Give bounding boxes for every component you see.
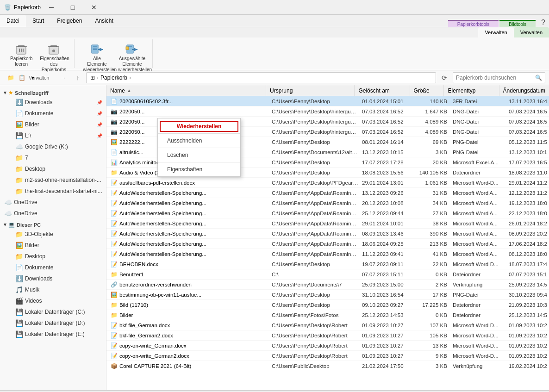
table-row[interactable]: 📝 AutoWiederherstellen-Speicherung... C:…: [106, 249, 549, 259]
sidebar-item-onedrive1[interactable]: ☁️ OneDrive: [0, 197, 106, 208]
sidebar-item-firstdescendant[interactable]: 📁 the-first-descendant-startet-ni...: [0, 186, 106, 197]
table-row[interactable]: 📄 20200506105402.3fr... C:\Users\Penny\D…: [106, 96, 549, 106]
file-changed: 07.03.2024 16:5: [507, 119, 549, 124]
sidebar-item-desktop-quick[interactable]: 📁 Desktop: [0, 163, 106, 174]
table-row[interactable]: 📝 AutoWiederherstellen-Speicherung... C:…: [106, 208, 549, 218]
sidebar-item-lokaler-c[interactable]: 💾 Lokaler Datenträger (C:): [0, 306, 106, 317]
sidebar-item-lokaler-d[interactable]: 💾 Lokaler Datenträger (D:): [0, 317, 106, 329]
sidebar-downloads-pc-label: Downloads: [25, 275, 102, 282]
col-header-origin[interactable]: Ursprung: [266, 85, 355, 96]
table-row[interactable]: 📁 Bild (11710) C:\Users\Penny\Desktop 09…: [106, 300, 549, 310]
tab-start[interactable]: Start: [26, 15, 50, 27]
sidebar-item-downloads-pc[interactable]: ⬇️ Downloads: [0, 273, 106, 284]
sidebar-3d-label: 3D-Objekte: [25, 231, 102, 237]
table-row[interactable]: 📦 Corel CAPTURE 2021 (64-Bit) C:\Users\P…: [106, 361, 549, 371]
sidebar-item-bilder-pc[interactable]: 🖼️ Bilder: [0, 240, 106, 251]
minimize-button[interactable]: ─: [41, 0, 62, 15]
sidebar-bilder-quick-label: Bilder: [25, 121, 95, 128]
col-header-name[interactable]: Name ▲: [106, 85, 266, 96]
tab-verwalten-papierkorb[interactable]: Verwalten: [478, 27, 513, 37]
table-row[interactable]: 📝 AutoWiederherstellen-Speicherung... C:…: [106, 218, 549, 229]
search-box[interactable]: 🔍: [453, 72, 545, 83]
col-header-size[interactable]: Größe: [410, 85, 444, 96]
file-deleted: 01.09.2023 10:27: [360, 343, 416, 348]
qa-icon1[interactable]: 📁: [6, 73, 16, 83]
file-changed: 25.12.2023 14:5: [507, 312, 549, 318]
ribbon-group-verwalten-items: Papierkorbleeren Eigenschaftendes Papier…: [7, 41, 70, 75]
file-origin: C:\Users\Penny\Desktop\hintergundbild: [270, 119, 360, 124]
ribbon-group-wiederherstellen: Alle Elementewiederherstellen Ausgewählt…: [76, 39, 153, 68]
ctx-loeschen[interactable]: Löschen: [158, 149, 240, 161]
ribbon-group-verwalten: Papierkorbleeren Eigenschaftendes Papier…: [4, 39, 75, 68]
table-row[interactable]: 📝 copy-on-write_German2.docx C:\Users\Pe…: [106, 351, 549, 361]
sidebar-header-schnellzugriff[interactable]: ▾ ★ Schnellzugriff: [0, 87, 106, 97]
ctx-ausschneiden[interactable]: Ausschneiden: [158, 135, 240, 146]
maximize-button[interactable]: □: [62, 0, 83, 15]
file-type-icon: 📝: [110, 179, 118, 187]
file-deleted: 19.07.2023 09:11: [360, 261, 416, 267]
file-name: 📝 copy-on-write_German.docx: [106, 342, 270, 349]
table-row[interactable]: 📁 Benutzer1 C:\ 07.07.2023 15:11 0 KB Da…: [106, 269, 549, 280]
qa-dropdown[interactable]: ▾: [28, 73, 38, 83]
ctx-eigenschaften[interactable]: Eigenschaften: [158, 164, 240, 175]
sidebar-item-3d-objekte[interactable]: 📁 3D-Objekte: [0, 229, 106, 240]
table-row[interactable]: 📝 bkf-file_German.docx C:\Users\Penny\De…: [106, 320, 549, 330]
table-row[interactable]: 📝 ausfuellbares-pdf-erstellen.docx C:\Us…: [106, 178, 549, 188]
refresh-button[interactable]: ⟳: [438, 71, 451, 84]
table-row[interactable]: 📝 AutoWiederherstellen-Speicherung... C:…: [106, 229, 549, 239]
eigenschaften-button[interactable]: Eigenschaftendes Papierkorbs: [37, 41, 70, 75]
sidebar-header-dieser-pc[interactable]: ▾ 💻 Dieser PC: [0, 219, 106, 229]
table-row[interactable]: 📝 AutoWiederherstellen-Speicherung... C:…: [106, 239, 549, 249]
detail-view-button[interactable]: [533, 391, 543, 392]
file-deleted: 09.10.2023 09:27: [360, 302, 416, 308]
tab-freigeben[interactable]: Freigeben: [50, 15, 88, 27]
file-name: 📝 AutoWiederherstellen-Speicherung...: [106, 230, 270, 237]
table-row[interactable]: 📁 Bilder C:\Users\Penny\Fotos\Fotos 25.1…: [106, 310, 549, 320]
table-row[interactable]: 📝 copy-on-write_German.docx C:\Users\Pen…: [106, 341, 549, 351]
table-row[interactable]: 🖼️ bestimmung-ob-pc-win11-ausfue... C:\U…: [106, 290, 549, 300]
col-header-deleted[interactable]: Gelöscht am: [355, 85, 410, 96]
sidebar-item-lokaler-e[interactable]: 💾 Lokaler Datenträger (E:): [0, 329, 106, 340]
table-row[interactable]: 📷 2020050... C:\Users\Penny\Desktop\hint…: [106, 106, 549, 117]
tab-verwalten-bild[interactable]: Verwalten: [514, 27, 549, 37]
path-separator1: ›: [97, 75, 99, 81]
sidebar-item-7[interactable]: 📁 7: [0, 152, 106, 163]
sidebar-item-desktop-pc[interactable]: 📁 Desktop: [0, 251, 106, 262]
table-row[interactable]: 📝 BEHOBEN.docx C:\Users\Penny\Desktop 19…: [106, 259, 549, 269]
file-size: 27 KB: [416, 211, 451, 216]
sidebar-item-downloads-quick[interactable]: ⬇️ Downloads 📌: [0, 97, 106, 108]
sidebar-item-google-drive[interactable]: ☁️ Google Drive (K:): [0, 141, 106, 152]
file-type: DNG-Datei: [451, 129, 507, 135]
tab-datei[interactable]: Datei: [0, 15, 26, 27]
forward-button[interactable]: →: [56, 71, 69, 84]
sidebar-item-dokumente-quick[interactable]: 📄 Dokumente 📌: [0, 108, 106, 119]
sidebar-item-videos[interactable]: 🎬 Videos: [0, 295, 106, 306]
table-row[interactable]: 🔗 benutzerordner-verschwunden C:\Users\P…: [106, 280, 549, 290]
table-row[interactable]: 📝 AutoWiederherstellen-Speicherung... C:…: [106, 198, 549, 208]
file-origin: C:\Users\Penny\AppData\Roaming\Micr...: [270, 241, 360, 247]
col-header-type[interactable]: Elementtyp: [444, 85, 499, 96]
back-button[interactable]: ←: [42, 71, 55, 84]
list-view-button[interactable]: [521, 391, 531, 392]
sidebar-item-m2ssd[interactable]: 📁 m2-ssd-ohne-neuinstallation-...: [0, 174, 106, 186]
tab-ansicht[interactable]: Ansicht: [88, 15, 119, 27]
address-path[interactable]: ⊞ › Papierkorb ›: [86, 72, 436, 83]
leeren-button[interactable]: Papierkorbleeren: [7, 41, 35, 69]
sidebar-item-bilder-quick[interactable]: 🖼️ Bilder 📌: [0, 119, 106, 130]
search-input[interactable]: [456, 75, 533, 81]
up-button[interactable]: ↑: [71, 71, 84, 84]
table-row[interactable]: 📝 AutoWiederherstellen-Speicherung... C:…: [106, 188, 549, 198]
sidebar-item-dokumente-pc[interactable]: 📄 Dokumente: [0, 262, 106, 273]
close-button[interactable]: ✕: [83, 0, 105, 15]
qa-icon2[interactable]: 📋: [17, 73, 27, 83]
ausgewahlte-wiederherstellen-button[interactable]: Ausgewählte Elementewiederherstellen: [115, 41, 149, 75]
col-header-changed[interactable]: Änderungsdatum: [499, 85, 549, 96]
sidebar-item-l-drive[interactable]: 💾 L:\ 📌: [0, 130, 106, 141]
alle-wiederherstellen-button[interactable]: Alle Elementewiederherstellen: [80, 41, 113, 75]
ctx-restore[interactable]: Wiederherstellen: [160, 121, 238, 132]
file-deleted: 01.09.2023 10:27: [360, 323, 416, 328]
table-row[interactable]: 📝 bkf-file_German2.docx C:\Users\Penny\D…: [106, 330, 549, 341]
file-changed: 19.02.2024 10:2: [507, 363, 549, 369]
sidebar-item-onedrive2[interactable]: ☁️ OneDrive: [0, 208, 106, 219]
sidebar-item-musik[interactable]: 🎵 Musik: [0, 284, 106, 295]
